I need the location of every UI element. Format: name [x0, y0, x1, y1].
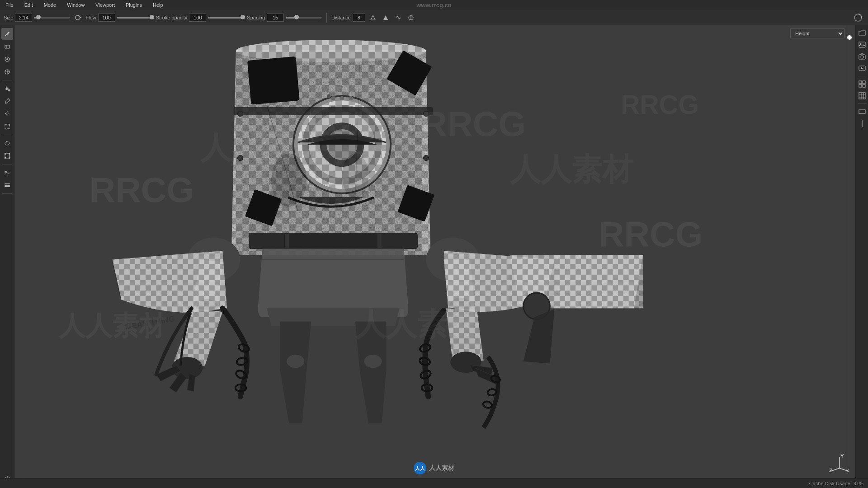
spacing-label: Spacing: [247, 15, 265, 20]
folder-icon[interactable]: [857, 28, 867, 38]
move-tool[interactable]: [1, 108, 13, 120]
image-icon[interactable]: [857, 40, 867, 50]
menu-file[interactable]: File: [4, 1, 15, 9]
tool-sep-1: [2, 80, 12, 80]
distance-group: Distance: [331, 14, 365, 22]
menu-plugins[interactable]: Plugins: [124, 1, 144, 9]
tool-sep-2: [2, 135, 12, 135]
sep1: [326, 13, 327, 23]
svg-rect-53: [247, 56, 300, 105]
tool-sep-3: [2, 164, 12, 164]
toolbar-btn-4[interactable]: [406, 13, 416, 23]
right-sidebar: [855, 25, 868, 488]
menubar: File Edit Mode Window Viewport Plugins H…: [0, 0, 868, 10]
svg-rect-19: [5, 153, 6, 155]
svg-rect-22: [9, 157, 10, 159]
svg-rect-34: [863, 81, 865, 84]
left-sidebar: Ps: [0, 25, 14, 488]
svg-rect-42: [859, 110, 865, 113]
svg-text:RRCG: RRCG: [422, 104, 526, 144]
vline-icon[interactable]: [857, 118, 867, 128]
grid-icon[interactable]: [857, 91, 867, 101]
svg-rect-16: [5, 124, 9, 129]
svg-rect-96: [554, 255, 643, 308]
grid4-icon[interactable]: [857, 79, 867, 89]
svg-point-77: [342, 154, 369, 198]
toolbar-btn-2[interactable]: [381, 13, 391, 23]
svg-point-65: [327, 94, 330, 98]
fill-tool[interactable]: [1, 83, 13, 94]
svg-rect-24: [5, 185, 10, 186]
lasso-tool[interactable]: [1, 137, 13, 149]
svg-marker-3: [383, 15, 388, 20]
toolbar-btn-1[interactable]: [368, 13, 378, 23]
transform-tool[interactable]: [1, 150, 13, 162]
screenshot-icon[interactable]: [857, 63, 867, 73]
brush-preview-icon[interactable]: [73, 13, 83, 23]
stroke-opacity-label: Stroke opacity: [156, 15, 188, 20]
white-dot-indicator: [847, 35, 852, 40]
menu-viewport[interactable]: Viewport: [94, 1, 117, 9]
svg-point-64: [349, 96, 353, 101]
svg-rect-35: [859, 84, 862, 87]
smudge-tool[interactable]: [1, 53, 13, 65]
flow-slider[interactable]: [117, 17, 153, 19]
svg-marker-2: [371, 15, 375, 20]
svg-rect-33: [859, 81, 862, 84]
svg-text:RRCG: RRCG: [90, 170, 194, 210]
clone-tool[interactable]: [1, 66, 13, 78]
robot-svg: MEAN THING: [14, 25, 855, 478]
camera-icon[interactable]: [857, 52, 867, 61]
menu-window[interactable]: Window: [65, 1, 86, 9]
svg-rect-21: [5, 157, 6, 159]
svg-point-80: [364, 355, 382, 368]
spacing-group: Spacing: [247, 14, 322, 22]
robot-display: MEAN THING: [14, 25, 855, 478]
svg-point-17: [5, 141, 9, 145]
distance-input[interactable]: [353, 14, 365, 22]
flow-group: Flow: [85, 14, 153, 22]
toolbar-btn-3[interactable]: [393, 13, 403, 23]
right-sep-2: [858, 103, 867, 104]
spacing-slider[interactable]: [286, 17, 322, 19]
svg-point-10: [6, 58, 8, 60]
size-slider[interactable]: [34, 17, 70, 19]
svg-rect-69: [249, 233, 284, 249]
size-input[interactable]: [15, 14, 32, 22]
ps-tool[interactable]: Ps: [1, 167, 13, 178]
layers-tool[interactable]: [1, 179, 13, 191]
cache-disk-label: Cache Disk Usage:: [809, 481, 852, 486]
spacing-input[interactable]: [267, 14, 284, 22]
distance-label: Distance: [331, 15, 351, 20]
selection-tool[interactable]: [1, 121, 13, 132]
eraser-tool[interactable]: [1, 41, 13, 52]
svg-text:Z: Z: [829, 468, 832, 473]
svg-rect-71: [382, 233, 417, 249]
svg-text:人人素材: 人人素材: [58, 311, 166, 340]
svg-point-14: [8, 89, 10, 92]
svg-point-0: [75, 15, 80, 20]
svg-marker-32: [861, 67, 863, 69]
svg-point-62: [331, 96, 335, 101]
menu-edit[interactable]: Edit: [23, 1, 35, 9]
brush-tool[interactable]: [1, 28, 13, 40]
toolbar-circle-btn[interactable]: [852, 11, 864, 24]
stroke-opacity-input[interactable]: [189, 14, 206, 22]
channel-dropdown[interactable]: Height Normal Diffuse Roughness: [790, 28, 844, 38]
svg-rect-7: [5, 45, 9, 48]
stroke-opacity-slider[interactable]: [208, 17, 244, 19]
svg-point-75: [424, 155, 429, 161]
statusbar: Cache Disk Usage: 91%: [0, 478, 868, 488]
cache-disk-value: 91%: [854, 481, 863, 486]
svg-rect-70: [289, 233, 377, 249]
svg-rect-37: [859, 93, 865, 99]
svg-rect-23: [5, 183, 10, 184]
menu-mode[interactable]: Mode: [42, 1, 58, 9]
top-right-controls: Height Normal Diffuse Roughness: [790, 27, 854, 40]
menu-help[interactable]: Help: [151, 1, 165, 9]
flow-input[interactable]: [98, 14, 115, 22]
svg-rect-27: [859, 42, 865, 47]
rect-icon[interactable]: [857, 107, 867, 117]
svg-text:x: x: [846, 468, 849, 473]
eyedropper-tool[interactable]: [1, 95, 13, 107]
